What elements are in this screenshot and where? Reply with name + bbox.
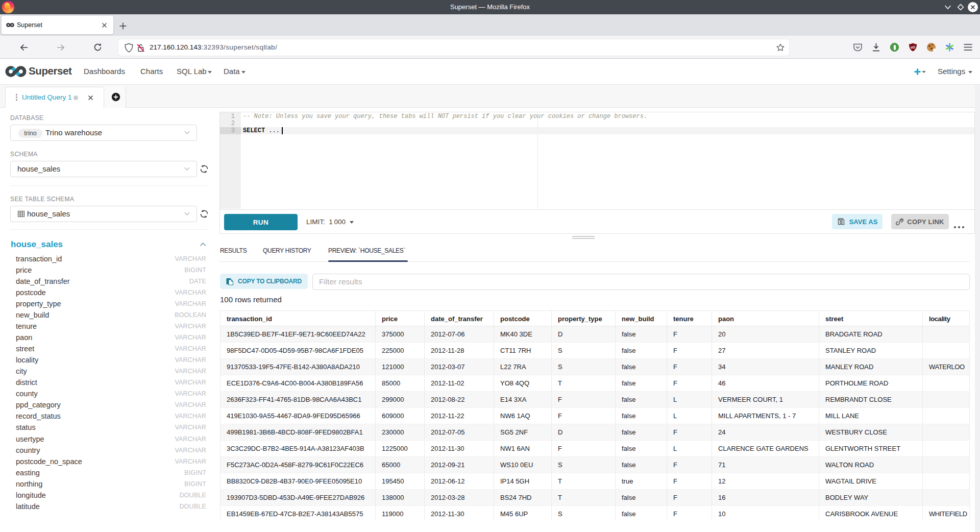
svg-text:uO: uO [911,45,915,49]
